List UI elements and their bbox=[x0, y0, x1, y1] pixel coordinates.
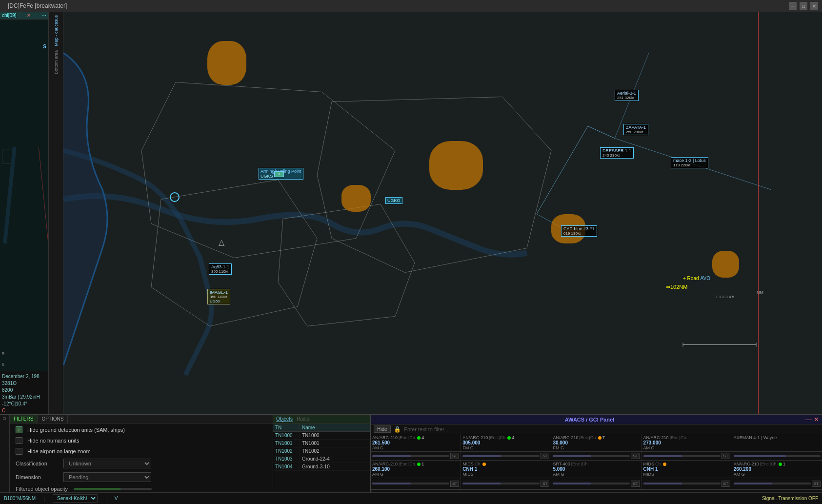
bottom-area: M FILTERS OPTIONS Hide ground detection … bbox=[0, 414, 822, 504]
r3-slider-cell: ST bbox=[551, 452, 642, 460]
radio-tab[interactable]: Radio bbox=[297, 416, 309, 422]
r8-enc: |Enc bbox=[571, 462, 580, 466]
filter-dimension-select[interactable]: Pending bbox=[63, 472, 151, 482]
r3-st-button[interactable]: ST bbox=[631, 453, 640, 459]
statusbar-location-select[interactable]: Senaki-Kolkhi bbox=[53, 494, 98, 503]
filter-check-humans[interactable] bbox=[16, 437, 22, 444]
radio-slider-row-bottom: ST ST ST ST ST bbox=[371, 478, 822, 489]
r7-mode-display: CNH 1 bbox=[462, 466, 549, 472]
r7-status-dot bbox=[482, 463, 486, 466]
filter-check-ground[interactable] bbox=[16, 426, 22, 433]
awacs-filter-input[interactable]: Enter text to filter... bbox=[404, 426, 819, 432]
left-info-pressure: 3mBar | 29.92inH bbox=[2, 394, 46, 401]
table-row[interactable]: TN1000 TN1000 bbox=[273, 432, 370, 440]
r7-st-button[interactable]: ST bbox=[541, 481, 549, 487]
left-info: December 2, 198 3281O 8200 3mBar | 29.92… bbox=[0, 371, 48, 416]
cell-tn: TN1004 bbox=[273, 463, 300, 470]
filter-dimension-row: Dimension Pending bbox=[16, 472, 267, 482]
r1-st-button[interactable]: ST bbox=[450, 453, 459, 459]
aircraft-zapata1-sub: 250 290kt bbox=[626, 130, 646, 134]
left-info-line2: 8200 bbox=[2, 387, 46, 394]
r6-col-header: AN/ARC-210 |Enc |Ch. 1 260.100 AM G bbox=[371, 461, 461, 478]
awacs-maximize-button[interactable]: ✕ bbox=[814, 416, 819, 423]
bottom-vtab-m[interactable]: M bbox=[1, 415, 8, 422]
svg-line-8 bbox=[537, 126, 588, 214]
objects-panel-title: Objects Radio bbox=[273, 415, 370, 424]
map-area[interactable]: Arming/Fueling Point UGKS ✈ UGKO Aerial-… bbox=[63, 12, 822, 416]
r3-mode: FM G bbox=[553, 445, 640, 450]
r10-freq: 260.200 bbox=[734, 466, 821, 472]
r2-st-button[interactable]: ST bbox=[541, 453, 549, 459]
r9-slider[interactable] bbox=[643, 483, 721, 484]
territory-marker-2 bbox=[429, 141, 483, 190]
left-tab-more[interactable]: ⋯ bbox=[41, 13, 46, 18]
r4-enc: |Enc bbox=[670, 435, 679, 440]
maximize-button[interactable]: □ bbox=[800, 2, 807, 10]
unit-ugks-icon: ✈ bbox=[274, 171, 284, 177]
r7-col-header: MIDS Ch. CNH 1 MIDS bbox=[461, 461, 551, 478]
r6-st-button[interactable]: ST bbox=[450, 481, 459, 487]
filter-opacity-slider[interactable] bbox=[74, 488, 152, 490]
r5-slider[interactable] bbox=[734, 455, 821, 457]
radio-col-1-header: AN/ARC-210 |Enc |Ch. 4 261.500 AM G bbox=[371, 434, 461, 451]
side-tab-bottom-area[interactable]: Bottom area bbox=[53, 49, 60, 76]
awacs-title: AWACS / GCI Panel bbox=[374, 417, 805, 423]
r1-slider[interactable] bbox=[372, 455, 449, 457]
tab-filters[interactable]: FILTERS bbox=[10, 415, 38, 423]
left-info-temp: -12°C|10.4° bbox=[2, 401, 46, 407]
r8-slider[interactable] bbox=[553, 483, 630, 484]
r2-slider[interactable] bbox=[462, 455, 540, 457]
r9-st-button[interactable]: ST bbox=[722, 481, 730, 487]
aircraft-mace13: mace 1-3 | Lotus 119 220kt bbox=[671, 157, 708, 168]
lock-icon: 🔒 bbox=[394, 426, 401, 433]
objects-table-header: TN Name bbox=[273, 424, 370, 432]
table-row[interactable]: TN1002 TN1002 bbox=[273, 447, 370, 455]
r2-freq: 305.000 bbox=[462, 440, 549, 445]
r8-type: SRT-400 bbox=[553, 462, 570, 466]
r8-st-button[interactable]: ST bbox=[631, 481, 640, 487]
side-tab-map-caucasus[interactable]: Map - caucasus bbox=[53, 14, 60, 48]
filter-check-airport[interactable] bbox=[16, 448, 22, 455]
filter-classification-select[interactable]: Unknown bbox=[63, 459, 151, 468]
table-row[interactable]: TN1004 Ground-3-10 bbox=[273, 463, 370, 471]
r7-slider[interactable] bbox=[462, 483, 540, 484]
left-tab-close[interactable]: ✕ bbox=[27, 13, 31, 18]
statusbar-sep1: | bbox=[43, 496, 45, 502]
objects-radio-tabs: Objects Radio bbox=[276, 416, 367, 422]
aircraft-dresser: DRESSER 1-1 240 230kt bbox=[600, 147, 634, 159]
filter-classification-row: Classification Unknown bbox=[16, 459, 267, 468]
aircraft-aerial31-sub: 251 320kt bbox=[617, 96, 636, 100]
r10-slider[interactable] bbox=[734, 483, 811, 484]
r10-num: 1 bbox=[783, 462, 785, 466]
objects-tab[interactable]: Objects bbox=[276, 416, 293, 422]
r6-num: 1 bbox=[421, 462, 424, 466]
left-tab: chi[09] ✕ ⋯ bbox=[0, 12, 48, 20]
bottom-vtabs: M bbox=[0, 415, 10, 504]
table-row[interactable]: TN1003 Ground-22-4 bbox=[273, 455, 370, 463]
close-button[interactable]: ✕ bbox=[810, 2, 818, 10]
table-row[interactable]: TN1001 TN1001 bbox=[273, 440, 370, 447]
tab-options[interactable]: OPTIONS bbox=[38, 415, 68, 423]
r4-ch: |Ch. bbox=[680, 435, 687, 440]
minimize-button[interactable]: ─ bbox=[789, 2, 797, 10]
aircraft-mace13-sub: 119 220kt bbox=[673, 163, 706, 167]
r4-slider[interactable] bbox=[643, 455, 721, 457]
r6-slider[interactable] bbox=[372, 483, 449, 484]
unit-image1-name: IMAGE-1 bbox=[210, 290, 228, 295]
radio-col-2-header: AN/ARC-210 |Enc |Ch. 4 305.000 FM G bbox=[461, 434, 551, 451]
r6-mode: AM G bbox=[372, 472, 459, 477]
minimap-scale-top: 5 bbox=[2, 351, 4, 356]
r10-type: AN/ARC-210 bbox=[734, 462, 759, 466]
r4-st-button[interactable]: ST bbox=[722, 453, 730, 459]
awacs-close-button[interactable]: — bbox=[805, 416, 812, 423]
r3-slider[interactable] bbox=[553, 455, 630, 457]
r10-st-button[interactable]: ST bbox=[812, 481, 821, 487]
r5-mode bbox=[734, 445, 821, 450]
awacs-hide-button[interactable]: Hide bbox=[374, 425, 391, 433]
awacs-header: AWACS / GCI Panel — ✕ bbox=[371, 415, 822, 424]
filter-dimension-label: Dimension bbox=[16, 474, 60, 480]
statusbar-sep2: | bbox=[105, 496, 107, 502]
r7-type: MIDS bbox=[462, 462, 474, 466]
bottom-filter-tabs: FILTERS OPTIONS bbox=[10, 415, 273, 423]
territory-marker-3 bbox=[341, 185, 371, 212]
